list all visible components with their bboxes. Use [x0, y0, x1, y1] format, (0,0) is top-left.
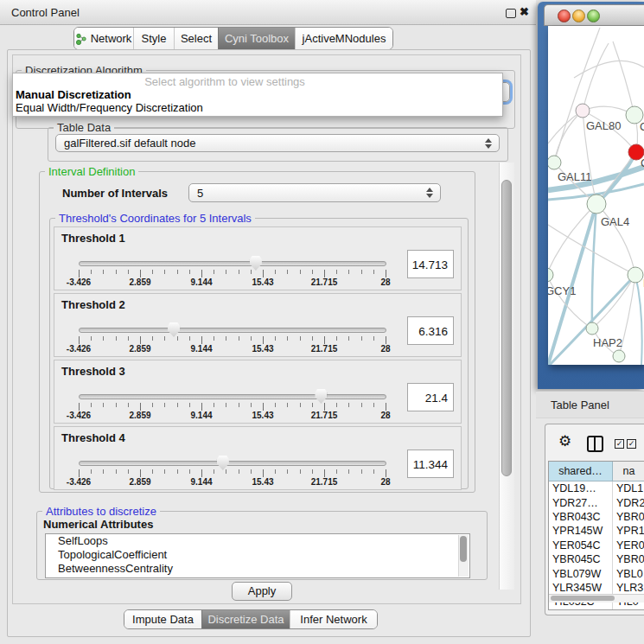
cell-shared-name[interactable]: YLR345W [549, 581, 613, 595]
column-layout-icon[interactable] [587, 436, 603, 452]
slider-track[interactable] [79, 394, 386, 399]
table-header-row: shared… na [549, 462, 644, 481]
dropdown-item-equal-width[interactable]: Equal Width/Frequency Discretization [16, 101, 203, 114]
network-node[interactable] [548, 268, 553, 282]
num-intervals-label: Number of Intervals [62, 187, 168, 200]
network-node-label: GAL11 [558, 170, 592, 183]
slider-track[interactable] [79, 328, 386, 333]
slider-major-ticks [79, 403, 388, 411]
tab-infer-network[interactable]: Infer Network [290, 610, 377, 628]
cell-name[interactable]: YBR0 [613, 510, 644, 524]
attributes-group-title: Attributes to discretize [42, 505, 160, 518]
slider-thumb[interactable] [168, 322, 180, 337]
cell-shared-name[interactable]: YBL079W [549, 566, 613, 580]
num-intervals-combobox[interactable]: 5 [188, 183, 441, 202]
tab-discretize-data[interactable]: Discretize Data [201, 610, 290, 628]
cell-shared-name[interactable]: YER054C [549, 539, 613, 552]
threshold-label: Threshold 2 [61, 298, 125, 311]
slider-tick-label: 28 [380, 277, 390, 287]
scrollbar-thumb[interactable] [551, 596, 615, 601]
slider-thumb[interactable] [217, 456, 229, 470]
numerical-attributes-list[interactable]: SelfLoops TopologicalCoefficient Between… [45, 533, 470, 578]
threshold-value-field[interactable]: 21.4 [407, 383, 454, 411]
algorithm-dropdown: Select algorithm to view settings Manual… [12, 73, 503, 117]
close-icon[interactable]: ✖ [520, 5, 529, 18]
slider-thumb[interactable] [315, 389, 327, 404]
table-row[interactable]: YBR043CYBR0 [549, 510, 644, 524]
table-horizontal-scrollbar[interactable] [549, 594, 644, 603]
tab-label: Network [91, 32, 132, 45]
list-item[interactable]: TopologicalCoefficient [46, 548, 469, 562]
list-scrollbar[interactable] [458, 535, 469, 577]
threshold-panel: Threshold 4-3.4262.8599.14415.4321.71528… [54, 426, 462, 490]
cell-name[interactable]: YLR3 [613, 581, 644, 595]
minimize-traffic-light-icon[interactable] [572, 10, 585, 22]
tab-cyni-toolbox[interactable]: Cyni Toolbox [218, 28, 295, 49]
cell-shared-name[interactable]: YBR043C [549, 510, 613, 524]
zoom-traffic-light-icon[interactable] [587, 10, 600, 22]
tab-network[interactable]: Network [74, 28, 133, 49]
slider-major-ticks [79, 469, 388, 477]
table-row[interactable]: YBL079WYBL0 [549, 566, 644, 580]
cell-shared-name[interactable]: YDL19… [549, 481, 613, 495]
close-traffic-light-icon[interactable] [558, 10, 571, 22]
table-data-combobox[interactable]: galFiltered.sif default node [55, 134, 500, 152]
threshold-value-field[interactable]: 11.344 [407, 450, 454, 478]
table-panel-title: Table Panel [551, 399, 609, 411]
cell-name[interactable]: YDL1 [613, 481, 644, 495]
threshold-panel: Threshold 2-3.4262.8599.14415.4321.71528… [54, 293, 462, 357]
scrollbar-thumb[interactable] [460, 536, 467, 562]
threshold-value-field[interactable]: 14.713 [407, 250, 454, 278]
tab-select[interactable]: Select [174, 28, 218, 49]
num-intervals-value: 5 [197, 187, 203, 200]
tab-jactivemnodules[interactable]: jActiveMNodules [295, 28, 392, 49]
content-scrollbar[interactable] [499, 163, 514, 590]
slider-tick-label: 28 [380, 344, 390, 354]
tab-style[interactable]: Style [133, 28, 174, 49]
slider-track[interactable] [79, 461, 386, 466]
table-row[interactable]: YLR345WYLR3 [549, 581, 644, 595]
table-row[interactable]: YBR045CYBR0 [549, 552, 644, 566]
threshold-value-field[interactable]: 6.316 [407, 316, 454, 345]
slider-tick-label: -3.426 [67, 411, 91, 420]
network-canvas[interactable]: GAL80GCGAL11GAL4GCY1HHAP2 [548, 26, 644, 365]
table-row[interactable]: YDL19…YDL1 [549, 481, 644, 495]
network-node[interactable] [586, 322, 598, 335]
slider-tick-label: 9.144 [190, 411, 212, 420]
scrollbar-thumb[interactable] [501, 180, 512, 476]
network-node[interactable] [548, 156, 561, 169]
table-row[interactable]: YDR27…YDR2 [549, 495, 644, 509]
cell-name[interactable]: YPR1 [613, 524, 644, 538]
gear-icon[interactable]: ⚙ [558, 432, 571, 450]
thresholds-group-title: Threshold's Coordinates for 5 Intervals [55, 212, 255, 225]
network-window-titlebar[interactable] [544, 4, 644, 26]
list-item[interactable]: BetweennessCentrality [46, 562, 469, 576]
column-header-name[interactable]: na [613, 462, 644, 481]
network-node[interactable] [576, 104, 590, 118]
cell-name[interactable]: YBR0 [613, 552, 644, 566]
float-window-icon[interactable] [506, 9, 516, 18]
slider-thumb[interactable] [250, 256, 262, 271]
slider-tick-label: 9.144 [190, 477, 212, 487]
checkbox-icon[interactable]: ✓ [627, 439, 636, 449]
column-header-shared[interactable]: shared… [549, 462, 613, 481]
apply-button[interactable]: Apply [232, 582, 292, 601]
cell-shared-name[interactable]: YPR145W [549, 524, 613, 538]
cell-shared-name[interactable]: YDR27… [549, 495, 613, 509]
network-node[interactable] [628, 267, 643, 283]
cell-name[interactable]: YBL0 [613, 566, 644, 580]
dropdown-item-manual-discretization[interactable]: Manual Discretization [16, 88, 131, 101]
cell-name[interactable]: YER0 [613, 539, 644, 552]
table-row[interactable]: YPR145WYPR1 [549, 524, 644, 538]
cell-name[interactable]: YDR2 [613, 495, 644, 509]
checkbox-icon[interactable]: ✓ [615, 439, 624, 449]
threshold-panel: Threshold 3-3.4262.8599.14415.4321.71528… [54, 360, 462, 424]
cell-shared-name[interactable]: YBR045C [549, 552, 613, 566]
slider-track[interactable] [79, 261, 386, 266]
tab-impute-data[interactable]: Impute Data [124, 610, 201, 628]
slider-tick-label: 2.859 [129, 411, 150, 420]
network-node[interactable] [613, 350, 625, 362]
list-item[interactable]: SelfLoops [46, 534, 469, 548]
network-node[interactable] [587, 194, 606, 214]
table-row[interactable]: YER054CYER0 [549, 539, 644, 552]
